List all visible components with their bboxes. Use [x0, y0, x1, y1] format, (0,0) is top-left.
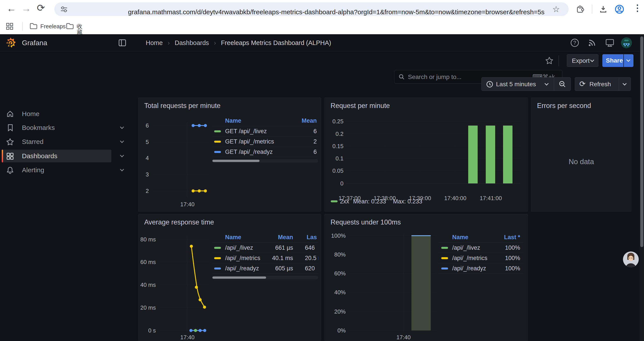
sidebar-toggle-icon[interactable]: [118, 39, 126, 47]
home-icon: [6, 110, 14, 118]
dashboards-icon: [6, 152, 14, 160]
sidebar: Home Bookmarks Starred Dashboards Alerti…: [0, 51, 130, 341]
series-last: 100%: [492, 265, 520, 271]
url-text: grafana.mathmast.com/d/deytv4rwavabkb/fr…: [128, 8, 544, 16]
series-swatch: [441, 257, 448, 259]
series-swatch: [441, 267, 448, 269]
url-bar[interactable]: grafana.mathmast.com/d/deytv4rwavabkb/fr…: [54, 3, 568, 16]
zoom-out-icon[interactable]: [559, 81, 566, 88]
profile-icon[interactable]: [615, 5, 624, 14]
table-scrollbar[interactable]: [212, 276, 318, 279]
series-mean: 2: [288, 139, 317, 145]
area-chart: [325, 214, 528, 341]
browser-menu-icon[interactable]: ⋮: [633, 4, 642, 12]
series-name[interactable]: GET /api/_/livez: [225, 128, 267, 134]
series-swatch: [214, 141, 221, 143]
legend-swatch: [331, 200, 338, 202]
chevron-down-icon[interactable]: [120, 125, 124, 129]
series-name[interactable]: GET /api/_/readyz: [225, 149, 273, 155]
chevron-down-icon[interactable]: [120, 167, 124, 171]
bookmark-star-icon[interactable]: ☆: [552, 5, 560, 14]
panel-errors-per-second: Errors per second No data: [531, 97, 631, 212]
panel-total-requests: Total requests per minute 6 5 4 3 2 17:4…: [138, 97, 321, 212]
series-name[interactable]: GET /api/_/metrics: [225, 139, 274, 145]
breadcrumb-home[interactable]: Home: [146, 39, 163, 46]
series-name[interactable]: /api/_/readyz: [225, 265, 259, 271]
series-swatch: [214, 257, 221, 259]
grafana-top-nav: Grafana Home › Dashboards › Freeleaps Me…: [0, 34, 644, 51]
bar-chart: [325, 98, 528, 212]
series-name[interactable]: /api/_/metrics: [225, 255, 260, 261]
back-icon[interactable]: ←: [6, 4, 16, 13]
breadcrumb: Home › Dashboards › Freeleaps Metrics Da…: [146, 40, 331, 46]
sidebar-item-alerting[interactable]: Alerting: [0, 163, 130, 177]
series-name[interactable]: /api/_/livez: [225, 245, 253, 251]
series-mean: 605 µs: [261, 265, 293, 271]
button-divider: [554, 78, 554, 91]
help-icon[interactable]: ?: [570, 38, 580, 48]
search-icon: [398, 74, 405, 80]
series-mean: 6: [288, 128, 317, 134]
chevron-down-icon: [626, 58, 630, 62]
series-last: 20.5 m: [305, 255, 318, 261]
series-mean: 6: [288, 149, 317, 155]
table-scrollbar[interactable]: [212, 159, 318, 163]
bookmark-icon: [6, 124, 14, 132]
reload-icon[interactable]: ⟳: [37, 3, 45, 13]
share-button[interactable]: Share: [602, 54, 624, 67]
time-range-picker[interactable]: Last 5 minutes: [481, 77, 571, 91]
bookmarks-bar: Freeleaps 收藏博客: [0, 19, 644, 34]
refresh-interval-chevron-icon[interactable]: [622, 81, 626, 85]
series-last: 100%: [492, 245, 520, 251]
apps-grid-icon[interactable]: [6, 22, 14, 30]
page-scrollbar-thumb[interactable]: [640, 37, 643, 247]
panel-title[interactable]: Errors per second: [537, 102, 591, 109]
export-button[interactable]: Export: [567, 54, 598, 67]
grafana-logo: [5, 37, 16, 49]
sidebar-item-home[interactable]: Home: [0, 107, 130, 121]
toolbar-divider: [592, 5, 592, 14]
forward-icon[interactable]: →: [22, 4, 31, 13]
chevron-down-icon: [544, 81, 548, 85]
legend-max: Max: 0.233: [393, 199, 422, 204]
download-icon[interactable]: [599, 5, 608, 14]
extensions-icon[interactable]: [576, 5, 585, 14]
legend-series[interactable]: 2xx: [340, 199, 349, 204]
chevron-down-icon: [590, 58, 594, 62]
series-mean: 661 µs: [261, 245, 293, 251]
breadcrumb-dashboards[interactable]: Dashboards: [175, 39, 209, 46]
sidebar-item-bookmarks[interactable]: Bookmarks: [0, 121, 130, 134]
folder-icon: [66, 22, 74, 30]
series-last: 620: [305, 265, 318, 271]
panel-avg-response-time: Average response time 80 ms 60 ms 40 ms …: [138, 214, 321, 341]
news-rss-icon[interactable]: [588, 38, 597, 47]
series-name[interactable]: /api/_/readyz: [452, 265, 486, 271]
clock-icon: [486, 81, 494, 88]
series-swatch: [441, 247, 448, 249]
series-last: 646: [305, 245, 318, 251]
series-name[interactable]: /api/_/metrics: [452, 255, 488, 261]
series-swatch: [214, 247, 221, 249]
refresh-button[interactable]: ⟳ Refresh: [575, 77, 631, 91]
site-settings-icon[interactable]: [60, 5, 68, 13]
chevron-down-icon[interactable]: [120, 139, 124, 143]
bell-icon: [6, 166, 14, 174]
share-menu-button[interactable]: [624, 54, 634, 67]
bookmark-label: Freeleaps: [40, 24, 66, 29]
breadcrumb-current: Freeleaps Metrics Dashboard (ALPHA): [221, 39, 331, 46]
assistant-avatar[interactable]: [623, 251, 639, 267]
browser-toolbar: ← → ⟳ grafana.mathmast.com/d/deytv4rwava…: [0, 0, 644, 19]
chevron-down-icon[interactable]: [120, 153, 124, 157]
monitor-icon[interactable]: [605, 38, 615, 48]
sidebar-item-dashboards[interactable]: Dashboards: [0, 149, 130, 163]
no-data-message: No data: [531, 158, 631, 165]
refresh-icon: ⟳: [579, 80, 586, 88]
favorite-star-icon[interactable]: [545, 56, 554, 65]
toolbar-divider: [558, 55, 559, 66]
avatar-illustration: [623, 251, 639, 267]
user-avatar[interactable]: [621, 37, 632, 49]
series-name[interactable]: /api/_/livez: [452, 245, 480, 251]
svg-text:?: ?: [573, 40, 576, 46]
sidebar-item-starred[interactable]: Starred: [0, 135, 130, 148]
folder-icon: [29, 22, 38, 30]
